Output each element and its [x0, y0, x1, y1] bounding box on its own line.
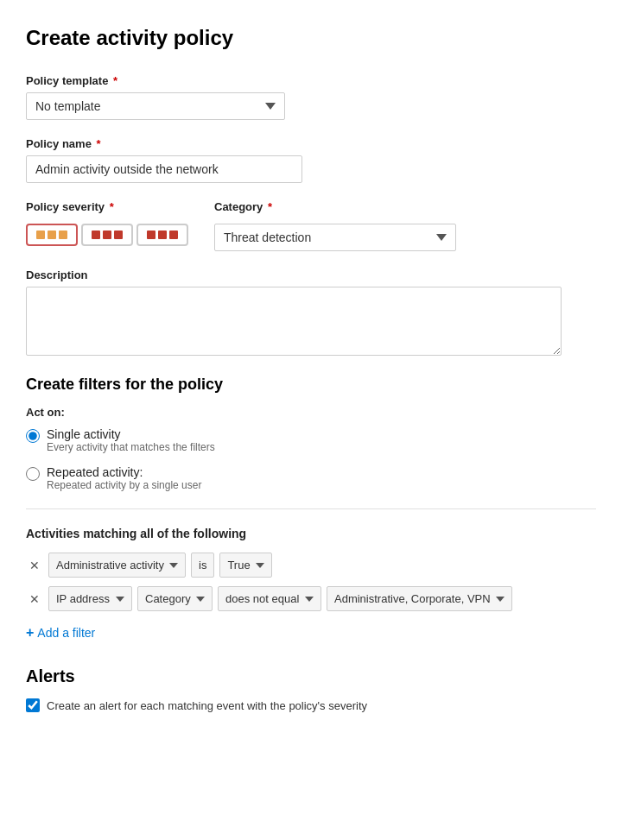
alerts-section: Alerts Create an alert for each matching…	[26, 666, 596, 712]
filter-2-operator-select[interactable]: does not equal	[218, 586, 321, 611]
policy-name-label: Policy name *	[26, 137, 596, 150]
filter-1-operator: is	[191, 553, 214, 578]
description-group: Description	[26, 268, 596, 358]
severity-low-button[interactable]	[26, 224, 78, 246]
single-activity-sublabel: Every activity that matches the filters	[47, 441, 215, 453]
single-activity-option: Single activity Every activity that matc…	[26, 427, 596, 453]
activities-matching-title: Activities matching all of the following	[26, 527, 596, 540]
category-select[interactable]: Threat detection	[214, 224, 456, 251]
section-divider	[26, 508, 596, 509]
severity-label: Policy severity *	[26, 200, 188, 213]
create-filters-title: Create filters for the policy	[26, 376, 596, 394]
policy-template-select[interactable]: No template	[26, 92, 285, 120]
filter-2-field2-select[interactable]: Category	[137, 586, 213, 611]
filter-row-1: ✕ Administrative activity is True	[26, 553, 596, 578]
repeated-activity-label: Repeated activity:	[47, 465, 201, 479]
remove-icon-2: ✕	[29, 592, 40, 606]
policy-template-label: Policy template *	[26, 74, 596, 87]
filter-2-field1-select[interactable]: IP address	[48, 586, 132, 611]
severity-high-button[interactable]	[136, 224, 188, 246]
alert-checkbox-label: Create an alert for each matching event …	[47, 699, 367, 712]
filter-1-field-select[interactable]: Administrative activity	[48, 553, 186, 578]
add-filter-plus-icon: +	[26, 625, 34, 641]
severity-dot-1	[36, 231, 45, 239]
add-filter-label: Add a filter	[37, 626, 95, 640]
severity-medium-button[interactable]	[81, 224, 133, 246]
severity-dot-6	[114, 231, 123, 239]
category-label: Category *	[214, 200, 456, 213]
severity-dot-7	[147, 231, 156, 239]
severity-group: Policy severity *	[26, 200, 188, 246]
severity-buttons	[26, 224, 188, 246]
add-filter-button[interactable]: + Add a filter	[26, 620, 95, 646]
filter-2-value-select[interactable]: Administrative, Corporate, VPN	[327, 586, 512, 611]
policy-template-group: Policy template * No template	[26, 74, 596, 120]
remove-filter-2-button[interactable]: ✕	[26, 589, 43, 609]
description-input[interactable]	[26, 287, 562, 356]
remove-filter-1-button[interactable]: ✕	[26, 555, 43, 576]
filter-row-2: ✕ IP address Category does not equal Adm…	[26, 586, 596, 611]
policy-name-group: Policy name *	[26, 137, 596, 183]
create-filters-section: Create filters for the policy Act on: Si…	[26, 376, 596, 491]
description-label: Description	[26, 268, 596, 281]
alert-checkbox-row: Create an alert for each matching event …	[26, 698, 596, 712]
remove-icon-1: ✕	[29, 559, 40, 572]
policy-name-input[interactable]	[26, 155, 302, 183]
severity-dot-2	[48, 231, 56, 239]
repeated-activity-sublabel: Repeated activity by a single user	[47, 479, 201, 491]
severity-category-row: Policy severity * Category *	[26, 200, 596, 251]
category-group: Category * Threat detection	[214, 200, 456, 251]
repeated-activity-radio[interactable]	[26, 467, 40, 481]
single-activity-label: Single activity	[47, 427, 215, 441]
severity-dot-8	[158, 231, 167, 239]
single-activity-radio[interactable]	[26, 429, 40, 443]
severity-dot-4	[92, 231, 100, 239]
alert-checkbox[interactable]	[26, 698, 40, 712]
act-on-label: Act on:	[26, 406, 596, 419]
severity-dot-5	[103, 231, 111, 239]
severity-dot-9	[169, 231, 178, 239]
repeated-activity-option: Repeated activity: Repeated activity by …	[26, 465, 596, 491]
activities-matching-section: Activities matching all of the following…	[26, 527, 596, 646]
filter-1-value-select[interactable]: True	[219, 553, 272, 578]
page-title: Create activity policy	[26, 26, 596, 50]
severity-dot-3	[59, 231, 67, 239]
alerts-title: Alerts	[26, 666, 596, 686]
